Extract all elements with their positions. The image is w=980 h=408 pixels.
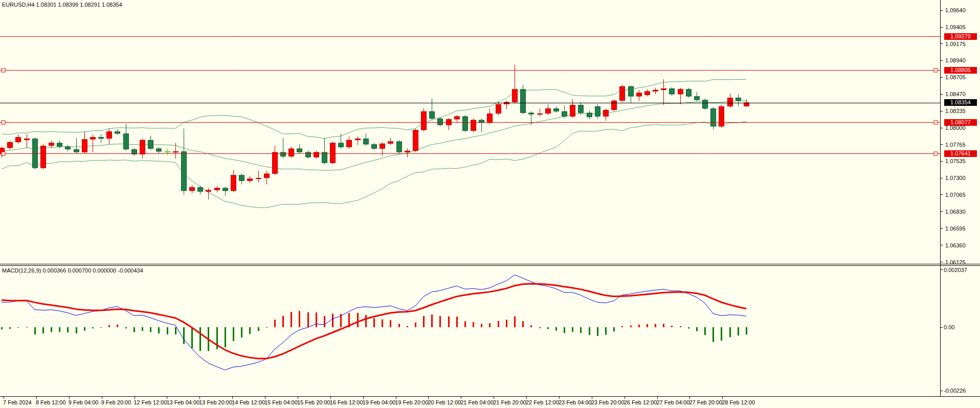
time-tick-label: 27 Feb 20:00: [689, 399, 722, 405]
time-tick-mark: [102, 397, 102, 399]
price-tick-label: 1.07065: [945, 192, 966, 198]
time-tick-mark: [494, 397, 494, 399]
macd-indicator-label: MACD(12,26,9) 0.000366 0.000700 0.000000…: [2, 267, 143, 274]
price-tick-mark: [940, 77, 943, 78]
macd-tick-mark: [940, 391, 943, 391]
time-tick-mark: [559, 397, 560, 399]
price-tick-mark: [940, 10, 943, 11]
time-tick-label: 14 Feb 12:00: [232, 399, 265, 405]
time-tick-mark: [657, 397, 658, 399]
time-tick-label: 12 Feb 12:00: [134, 399, 167, 405]
price-tick-mark: [940, 211, 943, 212]
price-tick-mark: [940, 228, 943, 229]
time-tick-mark: [428, 397, 429, 399]
price-chart-canvas[interactable]: [0, 0, 940, 396]
time-tick-label: 21 Feb 04:00: [460, 399, 494, 405]
price-tick-label: 1.07300: [945, 175, 966, 181]
time-tick-label: 23 Feb 04:00: [559, 399, 592, 405]
time-tick-mark: [199, 397, 200, 399]
price-tick-label: 1.09405: [945, 24, 966, 30]
price-tick-label: 1.06360: [945, 242, 966, 248]
time-tick-mark: [461, 397, 461, 399]
price-tick-mark: [940, 194, 943, 195]
time-tick-label: 13 Feb 20:00: [199, 399, 232, 405]
time-tick-mark: [396, 397, 396, 399]
price-tick-label: 1.07765: [945, 142, 966, 148]
macd-tick-label: -0.00226: [944, 388, 966, 394]
time-tick-label: 21 Feb 20:00: [493, 399, 526, 405]
price-tick-label: 1.08940: [945, 57, 966, 63]
price-tick-label: 1.06125: [945, 259, 966, 265]
time-tick-mark: [232, 397, 233, 399]
price-tick-mark: [940, 144, 943, 145]
time-axis-border: [0, 396, 980, 397]
time-tick-mark: [722, 397, 723, 399]
time-tick-label: 22 Feb 12:00: [526, 399, 559, 405]
price-tick-label: 1.09640: [945, 7, 966, 13]
price-tick-label: 1.08705: [945, 74, 966, 80]
price-line-badge: 1.08077: [944, 119, 977, 126]
price-tick-label: 1.08000: [945, 125, 966, 131]
pane-divider-top: [0, 264, 980, 264]
price-line-badge: 1.07641: [944, 150, 977, 157]
time-tick-label: 20 Feb 12:00: [428, 399, 461, 405]
macd-tick-mark: [940, 269, 943, 270]
time-tick-label: 7 Feb 2024: [3, 399, 32, 405]
macd-tick-label: 0.00: [944, 324, 954, 330]
price-tick-mark: [940, 94, 943, 95]
time-tick-label: 9 Feb 20:00: [101, 399, 131, 405]
chart-title: EURUSD,H4 1.08301 1.08399 1.08291 1.0835…: [2, 2, 122, 8]
macd-tick-mark: [940, 327, 943, 328]
time-tick-label: 9 Feb 04:00: [69, 399, 99, 405]
time-tick-mark: [135, 397, 135, 399]
price-tick-mark: [940, 43, 943, 44]
time-tick-label: 26 Feb 12:00: [624, 399, 657, 405]
price-tick-label: 1.07535: [945, 158, 966, 164]
time-tick-label: 15 Feb 20:00: [297, 399, 330, 405]
price-tick-mark: [940, 128, 943, 128]
time-tick-mark: [625, 397, 625, 399]
time-tick-mark: [167, 397, 167, 399]
time-tick-label: 15 Feb 04:00: [264, 399, 298, 405]
price-tick-label: 1.06595: [945, 225, 966, 232]
time-tick-mark: [298, 397, 298, 399]
price-tick-label: 1.06830: [945, 209, 966, 215]
price-tick-label: 1.09175: [945, 41, 966, 47]
time-tick-mark: [4, 397, 4, 399]
time-tick-label: 28 Feb 12:00: [722, 399, 755, 405]
time-tick-mark: [36, 397, 37, 399]
price-tick-mark: [940, 262, 943, 262]
time-tick-mark: [592, 397, 592, 399]
price-tick-label: 1.08235: [945, 108, 966, 114]
time-tick-mark: [363, 397, 364, 399]
price-line-badge: 1.08354: [944, 99, 977, 106]
time-tick-label: 13 Feb 04:00: [166, 399, 199, 405]
price-line-badge: 1.08805: [944, 67, 977, 74]
time-tick-label: 23 Feb 20:00: [591, 399, 625, 405]
price-tick-mark: [940, 27, 943, 28]
price-tick-mark: [940, 111, 943, 111]
time-tick-label: 19 Feb 20:00: [395, 399, 429, 405]
price-tick-label: 1.08470: [945, 91, 966, 97]
time-tick-label: 27 Feb 04:00: [657, 399, 690, 405]
time-tick-mark: [330, 397, 331, 399]
time-tick-mark: [69, 397, 70, 399]
time-tick-mark: [689, 397, 690, 399]
time-tick-mark: [265, 397, 265, 399]
time-tick-label: 8 Feb 12:00: [36, 399, 66, 405]
time-tick-label: 19 Feb 04:00: [363, 399, 396, 405]
macd-tick-label: 0.002037: [944, 267, 967, 273]
mt4-chart-window: EURUSD,H4 1.08301 1.08399 1.08291 1.0835…: [0, 0, 980, 408]
pane-divider-bottom[interactable]: [0, 265, 980, 266]
price-tick-mark: [940, 245, 943, 245]
price-axis-border: [940, 0, 941, 396]
price-line-badge: 1.09279: [944, 33, 977, 40]
time-tick-mark: [526, 397, 527, 399]
time-tick-label: 16 Feb 12:00: [330, 399, 363, 405]
price-tick-mark: [940, 161, 943, 162]
price-tick-mark: [940, 178, 943, 178]
price-tick-mark: [940, 60, 943, 61]
